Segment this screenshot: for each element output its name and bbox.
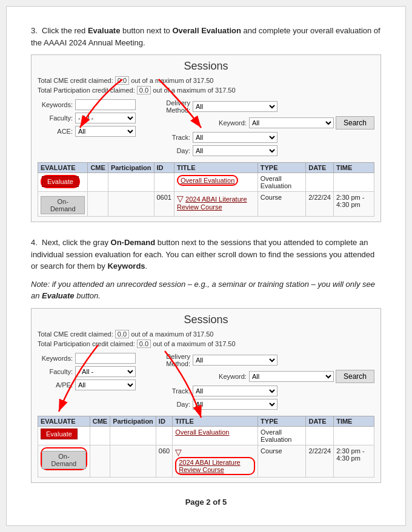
- keyword-filter-label-b: Keyword:: [198, 373, 247, 380]
- on-demand-wrapper: On-Demand: [41, 447, 87, 470]
- filter-row-ace: ACE: All: [38, 126, 136, 137]
- delivery-select-b[interactable]: All: [193, 355, 277, 366]
- ace-select-b[interactable]: All: [75, 379, 136, 390]
- sessions-box-1: Sessions Total CME credit claimed: 0.0 o…: [31, 54, 381, 222]
- filter-row-delivery: Delivery Method: All: [142, 99, 374, 114]
- filter-row-keyword2-b: Keyword: All Search: [142, 370, 374, 383]
- col-time: TIME: [333, 163, 374, 173]
- credit-line-1: Total CME credit claimed: 0.0 out of a m…: [38, 76, 374, 85]
- col-title-2: TITLE: [173, 416, 258, 426]
- footer-text: Page 2 of 5: [185, 498, 227, 507]
- keyword-input[interactable]: [75, 99, 136, 110]
- search-button-1[interactable]: Search: [336, 116, 374, 130]
- ace-select[interactable]: All: [75, 126, 136, 137]
- step4-text-before: Next, click the gray: [42, 238, 110, 247]
- filter-right-2: Delivery Method: All Keyword: All Search: [142, 353, 374, 412]
- filter-row-track: Track: All: [142, 132, 374, 143]
- evaluate-cell-2: On-Demand: [38, 192, 88, 217]
- id-cell-2: 0601: [154, 192, 174, 217]
- col-type-2: TYPE: [258, 416, 306, 426]
- filter-row-faculty-b: Faculty: - All -: [38, 366, 136, 377]
- overall-eval-link[interactable]: Overall Evaluation: [181, 177, 234, 184]
- on-demand-button-2[interactable]: On-Demand: [42, 451, 86, 469]
- step3-bold1: Evaluate: [88, 26, 120, 35]
- course-link-2[interactable]: 2024 ABAI Literature Review Course: [179, 459, 241, 473]
- filter-row-day: Day: All: [142, 145, 374, 156]
- keyword-label-b: Keywords:: [38, 355, 73, 362]
- cme-cell-4: [90, 445, 110, 477]
- sessions-table-1: EVALUATE CME Participation ID TITLE TYPE…: [38, 162, 374, 217]
- day-select[interactable]: All: [193, 145, 277, 156]
- id-cell-4: 060: [156, 445, 172, 477]
- sessions-title-2: Sessions: [38, 314, 374, 326]
- delivery-label: Delivery Method:: [142, 99, 190, 114]
- faculty-select[interactable]: - All -: [75, 113, 136, 123]
- keyword-input-b[interactable]: [75, 353, 136, 364]
- triangle-icon-2: ▽: [175, 447, 182, 457]
- date-cell-3: [306, 426, 334, 445]
- step4-note: Note: if you attended an unrecorded sess…: [31, 278, 381, 302]
- col-participation-2: Participation: [110, 416, 156, 426]
- filter-row-delivery-b: Delivery Method: All: [142, 353, 374, 367]
- sessions-title-1: Sessions: [38, 60, 374, 73]
- course-link-wrapper-2: 2024 ABAI Literature Review Course: [175, 457, 255, 475]
- col-date-2: DATE: [306, 416, 334, 426]
- delivery-select[interactable]: All: [193, 101, 277, 112]
- evaluate-btn-wrapper-1: Evaluate: [41, 175, 80, 188]
- col-title: TITLE: [174, 163, 258, 173]
- step4-number: 4.: [31, 238, 38, 247]
- evaluate-button-1[interactable]: Evaluate: [42, 176, 79, 187]
- filter-row-keyword2: Keyword: All Search: [142, 116, 374, 130]
- step4-bold2: Keywords: [107, 261, 145, 271]
- ace-label: ACE:: [38, 128, 73, 135]
- track-label: Track:: [142, 134, 190, 141]
- type-cell-3: Overall Evaluation: [258, 426, 306, 445]
- cme-cell-2: [88, 192, 108, 217]
- overall-eval-link-2[interactable]: Overall Evaluation: [175, 429, 229, 436]
- sessions-table-2: EVALUATE CME Participation ID TITLE TYPE…: [38, 416, 374, 478]
- day-select-b[interactable]: All: [193, 399, 277, 410]
- filter-right-1: Delivery Method: All Keyword: All Search: [142, 99, 374, 159]
- table-row: Evaluate Overall Evaluation Overall Eval…: [38, 426, 374, 445]
- title-cell-4: ▽ 2024 ABAI Literature Review Course: [173, 445, 258, 477]
- course-link-1[interactable]: 2024 ABAI Literature Review Course: [177, 195, 247, 211]
- delivery-label-b: Delivery Method:: [142, 353, 190, 367]
- step3-text: 3. Click the red Evaluate button next to…: [31, 25, 381, 48]
- col-id: ID: [154, 163, 174, 173]
- ace-label-b: A/PE:: [38, 381, 73, 389]
- track-select[interactable]: All: [193, 132, 277, 143]
- table-row: On-Demand 0601 ▽ 2024 ABAI Literature Re…: [38, 192, 374, 217]
- track-select-b[interactable]: All: [193, 386, 277, 396]
- evaluate-cell-1: Evaluate: [38, 173, 88, 192]
- title-cell-2: ▽ 2024 ABAI Literature Review Course: [174, 192, 258, 217]
- col-participation: Participation: [108, 163, 154, 173]
- type-cell-4: Course: [258, 445, 306, 477]
- filter-left-1: Keywords: Faculty: - All - ACE: All: [38, 99, 136, 159]
- keyword-select[interactable]: All: [249, 117, 334, 128]
- cme-cell-1: [88, 173, 108, 192]
- filter-row-ace-b: A/PE: All: [38, 379, 136, 390]
- on-demand-button-1[interactable]: On-Demand: [41, 196, 85, 214]
- col-evaluate: EVALUATE: [38, 163, 88, 173]
- table-header-row-2: EVALUATE CME Participation ID TITLE TYPE…: [38, 416, 374, 426]
- keyword-select-b[interactable]: All: [249, 371, 334, 382]
- step4-bold1: On-Demand: [111, 238, 156, 247]
- filter-row-keyword-b: Keywords:: [38, 353, 136, 364]
- col-evaluate-2: EVALUATE: [38, 416, 90, 426]
- cme-cell-3: [90, 426, 110, 445]
- faculty-select-b[interactable]: - All -: [75, 366, 136, 377]
- step3-number: 3.: [31, 26, 38, 35]
- step4-text-end: .: [145, 261, 148, 271]
- search-button-2[interactable]: Search: [336, 370, 374, 383]
- filter-area-2: Keywords: Faculty: - All - A/PE: All: [38, 353, 374, 412]
- keyword-label: Keywords:: [38, 101, 73, 108]
- title-cell-1: Overall Evaluation: [174, 173, 258, 192]
- filter-row-keyword: Keywords:: [38, 99, 136, 110]
- page: 3. Click the red Evaluate button next to…: [6, 6, 406, 526]
- col-time-2: TIME: [334, 416, 374, 426]
- col-id-2: ID: [156, 416, 172, 426]
- day-label-b: Day:: [142, 401, 190, 408]
- filter-row-faculty: Faculty: - All -: [38, 113, 136, 123]
- evaluate-button-2[interactable]: Evaluate: [41, 429, 78, 439]
- participation-cell-1: [108, 173, 154, 192]
